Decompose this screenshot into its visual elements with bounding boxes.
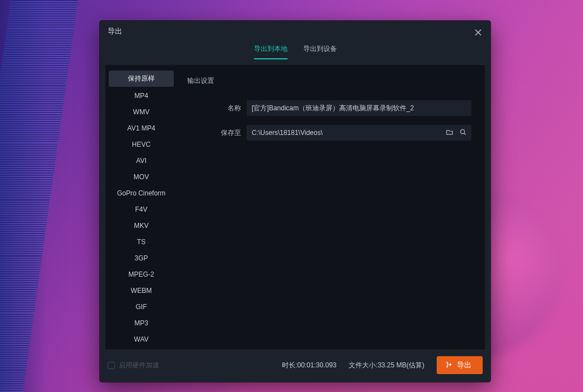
format-item-wav[interactable]: WAV (109, 332, 174, 347)
format-item-mov[interactable]: MOV (109, 170, 174, 184)
save-to-input[interactable] (247, 125, 471, 141)
duration-value: 00:01:30.093 (297, 361, 336, 369)
format-item-wmv[interactable]: WMV (109, 105, 174, 119)
format-item-f4v[interactable]: F4V (109, 202, 174, 217)
dialog-header: 导出 导出到本地 导出到设备 (100, 21, 491, 59)
open-location-button[interactable] (458, 128, 468, 138)
name-input[interactable] (247, 100, 471, 116)
duration-display: 时长:00:01:30.093 (282, 361, 336, 370)
tab-export-local[interactable]: 导出到本地 (254, 44, 288, 59)
format-item-mkv[interactable]: MKV (109, 218, 174, 233)
svg-point-0 (460, 129, 464, 133)
filesize-label: 文件大小: (349, 361, 377, 369)
close-button[interactable] (471, 26, 485, 40)
format-item-gif[interactable]: GIF (109, 300, 174, 314)
format-item-keep-original[interactable]: 保持原样 (109, 71, 174, 87)
dialog-title: 导出 (108, 26, 483, 36)
export-button-label: 导出 (457, 360, 471, 370)
format-item-gopro[interactable]: GoPro Cineform (109, 186, 174, 200)
output-settings-panel: 输出设置 名称 保存至 (177, 65, 485, 349)
output-settings-title: 输出设置 (187, 76, 471, 86)
save-to-label: 保存至 (187, 128, 241, 138)
format-item-mpeg2[interactable]: MPEG-2 (109, 267, 174, 282)
export-button[interactable]: 导出 (437, 356, 483, 374)
format-item-mp4[interactable]: MP4 (109, 88, 174, 103)
name-row: 名称 (187, 100, 471, 116)
search-icon (459, 128, 467, 138)
filesize-display: 文件大小:33.25 MB(估算) (349, 361, 424, 370)
hardware-accel-label: 启用硬件加速 (119, 361, 159, 370)
format-item-3gp[interactable]: 3GP (109, 251, 174, 265)
name-label: 名称 (187, 104, 241, 113)
close-icon (474, 29, 482, 38)
format-item-hevc[interactable]: HEVC (109, 137, 174, 152)
folder-icon (446, 128, 454, 138)
format-item-ts[interactable]: TS (109, 235, 174, 249)
format-item-mp3[interactable]: MP3 (109, 316, 174, 330)
format-item-avi[interactable]: AVI (109, 153, 174, 168)
format-item-av1mp4[interactable]: AV1 MP4 (109, 121, 174, 136)
duration-label: 时长: (282, 361, 297, 369)
tab-export-device[interactable]: 导出到设备 (303, 44, 337, 59)
export-dialog: 导出 导出到本地 导出到设备 保持原样 MP4 WMV AV1 MP4 HEVC… (100, 21, 491, 382)
export-icon (445, 361, 452, 370)
dialog-footer: 启用硬件加速 时长:00:01:30.093 文件大小:33.25 MB(估算)… (100, 349, 491, 382)
hardware-accel-checkbox[interactable]: 启用硬件加速 (108, 361, 159, 370)
format-item-webm[interactable]: WEBM (109, 283, 174, 298)
checkbox-box (108, 362, 115, 369)
dialog-body: 保持原样 MP4 WMV AV1 MP4 HEVC AVI MOV GoPro … (105, 65, 485, 349)
filesize-value: 33.25 MB(估算) (378, 361, 424, 369)
tab-bar: 导出到本地 导出到设备 (108, 44, 483, 59)
browse-folder-button[interactable] (445, 128, 455, 138)
format-list: 保持原样 MP4 WMV AV1 MP4 HEVC AVI MOV GoPro … (105, 65, 177, 349)
save-to-row: 保存至 (187, 125, 471, 141)
